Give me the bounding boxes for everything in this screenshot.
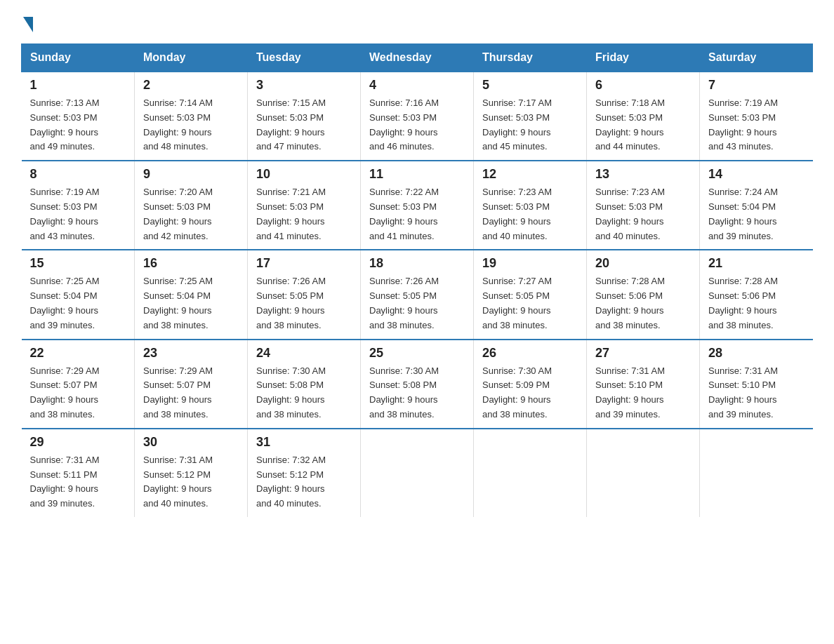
calendar-day-cell: 2Sunrise: 7:14 AMSunset: 5:03 PMDaylight… bbox=[135, 72, 248, 161]
day-info: Sunrise: 7:23 AMSunset: 5:03 PMDaylight:… bbox=[482, 185, 578, 243]
day-number: 23 bbox=[143, 346, 239, 361]
calendar-day-cell: 5Sunrise: 7:17 AMSunset: 5:03 PMDaylight… bbox=[474, 72, 587, 161]
day-info: Sunrise: 7:30 AMSunset: 5:08 PMDaylight:… bbox=[256, 364, 352, 422]
weekday-header-row: SundayMondayTuesdayWednesdayThursdayFrid… bbox=[22, 44, 813, 72]
calendar-week-row: 29Sunrise: 7:31 AMSunset: 5:11 PMDayligh… bbox=[22, 429, 813, 517]
calendar-day-cell: 24Sunrise: 7:30 AMSunset: 5:08 PMDayligh… bbox=[248, 340, 361, 429]
day-number: 11 bbox=[369, 167, 465, 182]
day-info: Sunrise: 7:31 AMSunset: 5:12 PMDaylight:… bbox=[143, 453, 239, 511]
calendar-day-cell: 6Sunrise: 7:18 AMSunset: 5:03 PMDaylight… bbox=[587, 72, 700, 161]
day-info: Sunrise: 7:16 AMSunset: 5:03 PMDaylight:… bbox=[369, 96, 465, 154]
day-info: Sunrise: 7:19 AMSunset: 5:03 PMDaylight:… bbox=[708, 96, 805, 154]
day-info: Sunrise: 7:29 AMSunset: 5:07 PMDaylight:… bbox=[30, 364, 126, 422]
day-info: Sunrise: 7:14 AMSunset: 5:03 PMDaylight:… bbox=[143, 96, 239, 154]
calendar-day-cell: 7Sunrise: 7:19 AMSunset: 5:03 PMDaylight… bbox=[700, 72, 813, 161]
day-number: 10 bbox=[256, 167, 352, 182]
day-number: 6 bbox=[595, 78, 691, 93]
day-number: 27 bbox=[595, 346, 691, 361]
day-info: Sunrise: 7:31 AMSunset: 5:10 PMDaylight:… bbox=[708, 364, 805, 422]
day-number: 9 bbox=[143, 167, 239, 182]
day-number: 1 bbox=[30, 78, 126, 93]
logo bbox=[21, 14, 33, 29]
day-number: 26 bbox=[482, 346, 578, 361]
day-info: Sunrise: 7:20 AMSunset: 5:03 PMDaylight:… bbox=[143, 185, 239, 243]
day-number: 13 bbox=[595, 167, 691, 182]
weekday-header-monday: Monday bbox=[135, 44, 248, 72]
calendar-day-cell: 18Sunrise: 7:26 AMSunset: 5:05 PMDayligh… bbox=[361, 250, 474, 339]
calendar-day-cell: 1Sunrise: 7:13 AMSunset: 5:03 PMDaylight… bbox=[22, 72, 135, 161]
calendar-day-cell: 19Sunrise: 7:27 AMSunset: 5:05 PMDayligh… bbox=[474, 250, 587, 339]
day-number: 7 bbox=[708, 78, 805, 93]
calendar-day-cell: 22Sunrise: 7:29 AMSunset: 5:07 PMDayligh… bbox=[22, 340, 135, 429]
day-number: 21 bbox=[708, 256, 805, 271]
day-info: Sunrise: 7:27 AMSunset: 5:05 PMDaylight:… bbox=[482, 274, 578, 333]
calendar-day-cell: 26Sunrise: 7:30 AMSunset: 5:09 PMDayligh… bbox=[474, 340, 587, 429]
day-number: 24 bbox=[256, 346, 352, 361]
day-info: Sunrise: 7:28 AMSunset: 5:06 PMDaylight:… bbox=[595, 274, 691, 333]
day-number: 14 bbox=[708, 167, 805, 182]
weekday-header-friday: Friday bbox=[587, 44, 700, 72]
calendar-day-cell: 3Sunrise: 7:15 AMSunset: 5:03 PMDaylight… bbox=[248, 72, 361, 161]
day-info: Sunrise: 7:15 AMSunset: 5:03 PMDaylight:… bbox=[256, 96, 352, 154]
calendar-day-cell bbox=[361, 429, 474, 517]
day-number: 30 bbox=[143, 435, 239, 450]
day-info: Sunrise: 7:26 AMSunset: 5:05 PMDaylight:… bbox=[256, 274, 352, 333]
weekday-header-tuesday: Tuesday bbox=[248, 44, 361, 72]
day-number: 15 bbox=[30, 256, 126, 271]
calendar-day-cell: 20Sunrise: 7:28 AMSunset: 5:06 PMDayligh… bbox=[587, 250, 700, 339]
calendar-day-cell: 10Sunrise: 7:21 AMSunset: 5:03 PMDayligh… bbox=[248, 161, 361, 250]
day-number: 29 bbox=[30, 435, 126, 450]
day-number: 18 bbox=[369, 256, 465, 271]
day-number: 4 bbox=[369, 78, 465, 93]
day-info: Sunrise: 7:30 AMSunset: 5:09 PMDaylight:… bbox=[482, 364, 578, 422]
day-number: 16 bbox=[143, 256, 239, 271]
day-number: 3 bbox=[256, 78, 352, 93]
day-number: 22 bbox=[30, 346, 126, 361]
day-info: Sunrise: 7:25 AMSunset: 5:04 PMDaylight:… bbox=[143, 274, 239, 333]
calendar-day-cell: 11Sunrise: 7:22 AMSunset: 5:03 PMDayligh… bbox=[361, 161, 474, 250]
calendar-day-cell: 23Sunrise: 7:29 AMSunset: 5:07 PMDayligh… bbox=[135, 340, 248, 429]
calendar-week-row: 22Sunrise: 7:29 AMSunset: 5:07 PMDayligh… bbox=[22, 340, 813, 429]
calendar-day-cell: 15Sunrise: 7:25 AMSunset: 5:04 PMDayligh… bbox=[22, 250, 135, 339]
calendar-day-cell bbox=[474, 429, 587, 517]
calendar-day-cell: 17Sunrise: 7:26 AMSunset: 5:05 PMDayligh… bbox=[248, 250, 361, 339]
calendar-day-cell: 21Sunrise: 7:28 AMSunset: 5:06 PMDayligh… bbox=[700, 250, 813, 339]
calendar-week-row: 8Sunrise: 7:19 AMSunset: 5:03 PMDaylight… bbox=[22, 161, 813, 250]
day-info: Sunrise: 7:17 AMSunset: 5:03 PMDaylight:… bbox=[482, 96, 578, 154]
calendar-day-cell: 30Sunrise: 7:31 AMSunset: 5:12 PMDayligh… bbox=[135, 429, 248, 517]
weekday-header-thursday: Thursday bbox=[474, 44, 587, 72]
day-number: 2 bbox=[143, 78, 239, 93]
day-number: 8 bbox=[30, 167, 126, 182]
day-info: Sunrise: 7:29 AMSunset: 5:07 PMDaylight:… bbox=[143, 364, 239, 422]
calendar-day-cell: 4Sunrise: 7:16 AMSunset: 5:03 PMDaylight… bbox=[361, 72, 474, 161]
weekday-header-sunday: Sunday bbox=[22, 44, 135, 72]
day-number: 20 bbox=[595, 256, 691, 271]
calendar-day-cell bbox=[587, 429, 700, 517]
logo-arrow-icon bbox=[23, 17, 33, 32]
calendar-table: SundayMondayTuesdayWednesdayThursdayFrid… bbox=[21, 43, 813, 517]
day-info: Sunrise: 7:19 AMSunset: 5:03 PMDaylight:… bbox=[30, 185, 126, 243]
calendar-day-cell: 29Sunrise: 7:31 AMSunset: 5:11 PMDayligh… bbox=[22, 429, 135, 517]
day-number: 5 bbox=[482, 78, 578, 93]
calendar-week-row: 15Sunrise: 7:25 AMSunset: 5:04 PMDayligh… bbox=[22, 250, 813, 339]
calendar-day-cell: 27Sunrise: 7:31 AMSunset: 5:10 PMDayligh… bbox=[587, 340, 700, 429]
calendar-day-cell: 16Sunrise: 7:25 AMSunset: 5:04 PMDayligh… bbox=[135, 250, 248, 339]
day-info: Sunrise: 7:22 AMSunset: 5:03 PMDaylight:… bbox=[369, 185, 465, 243]
day-number: 17 bbox=[256, 256, 352, 271]
day-info: Sunrise: 7:23 AMSunset: 5:03 PMDaylight:… bbox=[595, 185, 691, 243]
day-info: Sunrise: 7:13 AMSunset: 5:03 PMDaylight:… bbox=[30, 96, 126, 154]
calendar-day-cell: 31Sunrise: 7:32 AMSunset: 5:12 PMDayligh… bbox=[248, 429, 361, 517]
day-number: 12 bbox=[482, 167, 578, 182]
day-number: 19 bbox=[482, 256, 578, 271]
day-number: 28 bbox=[708, 346, 805, 361]
day-info: Sunrise: 7:32 AMSunset: 5:12 PMDaylight:… bbox=[256, 453, 352, 511]
weekday-header-wednesday: Wednesday bbox=[361, 44, 474, 72]
calendar-day-cell: 12Sunrise: 7:23 AMSunset: 5:03 PMDayligh… bbox=[474, 161, 587, 250]
calendar-day-cell bbox=[700, 429, 813, 517]
day-info: Sunrise: 7:21 AMSunset: 5:03 PMDaylight:… bbox=[256, 185, 352, 243]
calendar-day-cell: 13Sunrise: 7:23 AMSunset: 5:03 PMDayligh… bbox=[587, 161, 700, 250]
calendar-day-cell: 8Sunrise: 7:19 AMSunset: 5:03 PMDaylight… bbox=[22, 161, 135, 250]
day-number: 25 bbox=[369, 346, 465, 361]
day-info: Sunrise: 7:31 AMSunset: 5:10 PMDaylight:… bbox=[595, 364, 691, 422]
calendar-day-cell: 25Sunrise: 7:30 AMSunset: 5:08 PMDayligh… bbox=[361, 340, 474, 429]
